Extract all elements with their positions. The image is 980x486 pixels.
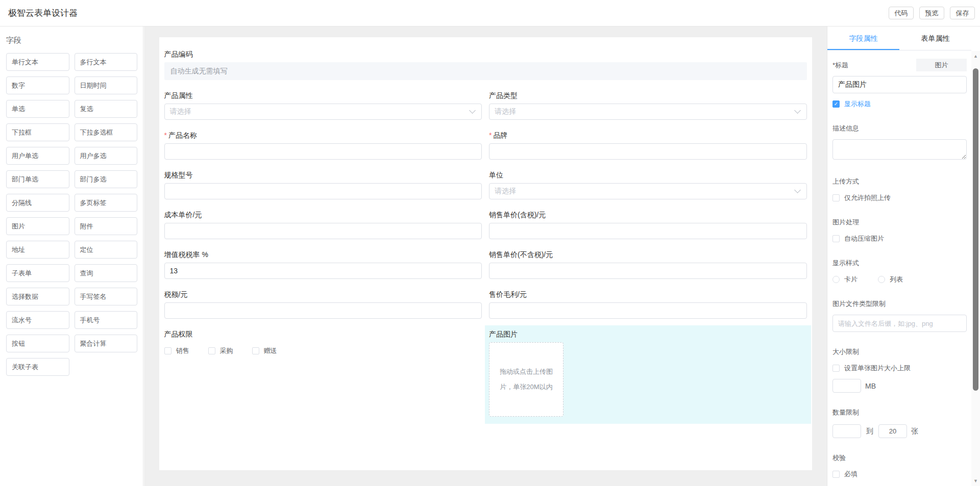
show-title-row[interactable]: 显示标题	[832, 99, 967, 109]
properties-panel: 字段属性 表单属性 *标题 图片 显示标题 描述信息 上传方式 仅允许拍照上传 …	[827, 27, 980, 486]
show-title-checkbox[interactable]	[832, 100, 840, 108]
description-textarea[interactable]	[832, 139, 967, 160]
field-type-button[interactable]: 日期时间	[75, 76, 138, 94]
text-field[interactable]	[489, 143, 807, 160]
auto-compress-checkbox[interactable]	[832, 235, 840, 242]
checkbox-option[interactable]: 赠送	[252, 346, 277, 355]
save-button[interactable]: 保存	[950, 7, 975, 19]
form-field[interactable]: 规格型号	[164, 170, 482, 199]
form-field[interactable]: 售价毛利/元	[489, 290, 807, 319]
camera-only-option[interactable]: 仅允许拍照上传	[832, 193, 967, 202]
style-list-option[interactable]: 列表	[878, 275, 903, 284]
field-type-button[interactable]: 子表单	[6, 264, 69, 282]
text-field[interactable]	[489, 223, 807, 239]
field-type-button[interactable]: 附件	[75, 217, 138, 235]
field-type-button[interactable]: 地址	[6, 241, 69, 259]
field-type-button[interactable]: 按钮	[6, 335, 69, 352]
tab-form-properties[interactable]: 表单属性	[899, 27, 971, 50]
size-limit-option[interactable]: 设置单张图片大小上限	[832, 364, 967, 373]
scroll-up-icon[interactable]: ▲	[971, 52, 980, 60]
checkbox-option[interactable]: 采购	[208, 346, 233, 355]
form-field[interactable]: *产品名称	[164, 131, 482, 160]
select-field[interactable]: 请选择	[164, 104, 482, 120]
field-type-button[interactable]: 查询	[75, 264, 138, 282]
panel-scrollbar[interactable]: ▲ ▼	[971, 51, 980, 486]
form-field[interactable]: 产品图片拖动或点击上传图片，单张20M以内	[485, 325, 811, 424]
form-field[interactable]: 产品类型请选择	[489, 91, 807, 120]
form-field[interactable]: 销售单价(含税)/元	[489, 210, 807, 239]
checkbox-option[interactable]: 销售	[164, 346, 189, 355]
text-field[interactable]	[489, 263, 807, 279]
form-field[interactable]: 税额/元	[164, 290, 482, 319]
field-type-button[interactable]: 多页标签	[75, 194, 138, 212]
form-field[interactable]: 成本单价/元	[164, 210, 482, 239]
scroll-down-icon[interactable]: ▼	[971, 477, 980, 485]
checkbox-icon[interactable]	[164, 347, 172, 354]
field-type-button[interactable]: 部门单选	[6, 170, 69, 188]
field-type-button[interactable]: 用户多选	[75, 147, 138, 165]
text-field[interactable]	[164, 143, 482, 160]
field-type-button[interactable]: 选择数据	[6, 288, 69, 305]
camera-only-checkbox[interactable]	[832, 194, 840, 201]
form-field[interactable]: 销售单价(不含税)/元	[489, 250, 807, 279]
select-field[interactable]: 请选择	[489, 104, 807, 120]
header-actions: 代码 预览 保存	[889, 7, 975, 19]
code-button[interactable]: 代码	[889, 7, 914, 19]
style-card-radio[interactable]	[832, 276, 840, 283]
file-type-input[interactable]	[832, 315, 967, 332]
form-field[interactable]: 产品属性请选择	[164, 91, 482, 120]
field-type-button[interactable]: 分隔线	[6, 194, 69, 212]
form-field[interactable]: 单位请选择	[489, 170, 807, 199]
title-input[interactable]	[832, 76, 967, 93]
readonly-field: 自动生成无需填写	[164, 62, 807, 80]
style-card-option[interactable]: 卡片	[832, 275, 857, 284]
field-type-button[interactable]: 下拉多选框	[75, 123, 138, 141]
field-type-button[interactable]: 图片	[6, 217, 69, 235]
checkbox-icon[interactable]	[208, 347, 215, 354]
size-limit-checkbox[interactable]	[832, 365, 840, 372]
count-min-input[interactable]	[832, 424, 861, 438]
file-type-label: 图片文件类型限制	[832, 299, 967, 309]
count-max-input[interactable]	[878, 424, 907, 438]
field-type-button[interactable]: 数字	[6, 76, 69, 94]
field-type-button[interactable]: 定位	[75, 241, 138, 259]
form-field[interactable]: 增值税税率 %13	[164, 250, 482, 279]
field-label: 产品编码	[164, 49, 807, 59]
scrollbar-thumb[interactable]	[973, 68, 978, 391]
text-field[interactable]	[164, 302, 482, 319]
field-type-button[interactable]: 手写签名	[75, 288, 138, 305]
text-field[interactable]	[164, 223, 482, 239]
count-limit-label: 数量限制	[832, 408, 967, 417]
checkbox-icon[interactable]	[252, 347, 259, 354]
form-field[interactable]: 产品编码自动生成无需填写	[164, 49, 807, 80]
field-type-button[interactable]: 单行文本	[6, 53, 69, 71]
select-field[interactable]: 请选择	[489, 183, 807, 199]
field-type-button[interactable]: 下拉框	[6, 123, 69, 141]
form-canvas: 产品编码自动生成无需填写产品属性请选择产品类型请选择*产品名称*品牌规格型号单位…	[144, 27, 827, 486]
field-type-button[interactable]: 手机号	[75, 311, 138, 329]
required-option[interactable]: 必填	[832, 470, 967, 479]
size-limit-input[interactable]	[832, 379, 861, 393]
tab-field-properties[interactable]: 字段属性	[827, 27, 899, 50]
checkbox-label: 采购	[220, 346, 233, 355]
select-placeholder: 请选择	[495, 107, 516, 116]
form-field[interactable]: *品牌	[489, 131, 807, 160]
auto-compress-option[interactable]: 自动压缩图片	[832, 234, 967, 243]
upload-dropzone[interactable]: 拖动或点击上传图片，单张20M以内	[489, 342, 564, 417]
select-placeholder: 请选择	[170, 107, 191, 116]
preview-button[interactable]: 预览	[919, 7, 944, 19]
field-type-button[interactable]: 多行文本	[75, 53, 138, 71]
field-type-button[interactable]: 复选	[75, 100, 138, 118]
text-field[interactable]	[164, 183, 482, 199]
style-list-radio[interactable]	[878, 276, 885, 283]
required-checkbox[interactable]	[832, 471, 840, 478]
field-type-button[interactable]: 关联子表	[6, 358, 69, 376]
field-type-button[interactable]: 流水号	[6, 311, 69, 329]
text-field[interactable]	[489, 302, 807, 319]
field-type-button[interactable]: 单选	[6, 100, 69, 118]
field-type-button[interactable]: 聚合计算	[75, 335, 138, 352]
text-field[interactable]: 13	[164, 263, 482, 279]
field-type-button[interactable]: 部门多选	[75, 170, 138, 188]
field-type-button[interactable]: 用户单选	[6, 147, 69, 165]
form-field[interactable]: 产品权限销售采购赠送	[164, 329, 482, 420]
